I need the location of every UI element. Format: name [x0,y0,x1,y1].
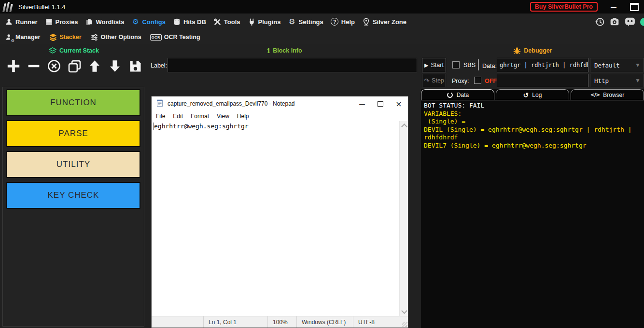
menu-label: Plugins [258,18,281,26]
sbs-label: SBS [463,62,476,68]
block-label: UTILITY [56,160,90,169]
minimize-button[interactable]: — [605,0,622,13]
data-input[interactable]: ghrtgr | rdhtjrth | rdhfdhrdf [497,58,588,72]
proxy-input[interactable] [497,74,588,87]
tab-data[interactable]: Data [421,89,494,100]
notepad-menu-format[interactable]: Format [187,113,213,120]
step-button[interactable]: ↷ Step [422,74,446,87]
menu-configs-active[interactable]: ⚙ Configs [131,18,165,26]
clone-block-button[interactable] [66,56,83,76]
menu-silver-zone[interactable]: Silver Zone [362,18,406,26]
menu-wordlists[interactable]: Wordlists [85,18,124,26]
proxy-caption: Proxy: [452,78,469,84]
notepad-close-button[interactable]: × [390,96,408,111]
notepad-menu-help[interactable]: Help [233,113,253,120]
discord-icon[interactable] [624,16,636,27]
tab-browser[interactable]: </> Browser [571,89,644,100]
silverbullet-logo-icon [3,2,12,12]
stack-block-utility[interactable]: UTILITY [6,151,140,178]
maximize-icon [630,3,639,11]
notepad-content: eghrhtrr@wegh.seg:sghrtgr [152,121,400,130]
submenu-label: Manager [15,34,40,41]
move-up-button[interactable] [86,56,103,76]
submenu-ocr-testing[interactable]: OCR OCR Testing [150,34,200,41]
sliders-icon [90,33,98,41]
play-icon: ▶ [424,63,428,68]
chevron-down-icon: ▼ [632,63,644,68]
help-icon: ? [331,18,339,26]
menu-label: Help [341,18,355,26]
disable-block-button[interactable] [45,56,63,76]
gear-icon: ⚙ [288,18,296,26]
notepad-menu-edit[interactable]: Edit [169,113,187,120]
scroll-down-icon[interactable] [401,308,407,314]
wordlists-icon [85,18,93,26]
start-button[interactable]: ▶ Start [422,58,446,72]
menu-label: Silver Zone [373,18,406,26]
database-icon [173,18,181,26]
notepad-window-controls: — × [353,96,408,111]
stack-block-parse[interactable]: PARSE [6,120,140,147]
history-icon[interactable] [594,16,605,27]
notepad-text-area[interactable]: eghrhtrr@wegh.seg:sghrtgr [152,121,400,316]
label-input[interactable] [168,58,417,72]
buy-pro-button[interactable]: Buy SilverBullet Pro [530,2,598,12]
config-submenu: ⚙ Manager Stacker Other Options OCR OCR … [0,30,644,44]
sbs-checkbox[interactable] [452,61,460,68]
menu-settings[interactable]: ⚙ Settings [288,18,323,26]
maximize-button[interactable] [626,0,643,13]
menu-help[interactable]: ? Help [331,18,355,26]
plug-icon [248,18,256,26]
proxy-checkbox[interactable] [474,77,481,84]
menu-runner[interactable]: Runner [5,18,38,26]
title-bar: SilverBullet 1.1.4 Buy SilverBullet Pro … [0,0,644,14]
block-label: KEY CHECK [48,191,99,200]
notepad-maximize-button[interactable] [371,96,390,111]
menu-label: Runner [15,18,38,26]
notepad-icon [156,99,164,109]
notepad-menu-view[interactable]: View [213,113,233,120]
notepad-menubar: File Edit Format View Help [152,111,408,121]
notepad-minimize-button[interactable]: — [353,96,371,111]
submenu-stacker-active[interactable]: Stacker [49,33,81,41]
menu-plugins[interactable]: Plugins [248,18,281,26]
screenshot-camera-icon[interactable] [609,16,620,27]
menu-proxies[interactable]: Proxies [45,18,78,26]
menu-tools[interactable]: Tools [213,18,240,26]
save-stack-button[interactable] [126,56,144,76]
config-select[interactable]: Default ▼ [590,58,644,72]
output-line-single: (Single) = [424,118,465,125]
menu-hits-db[interactable]: Hits DB [173,18,206,26]
submenu-manager[interactable]: ⚙ Manager [5,33,40,41]
chevron-down-icon: ▼ [632,78,644,83]
block-info-title: Block Info [273,47,302,54]
add-block-button[interactable] [5,56,22,76]
menu-label: Wordlists [96,18,124,26]
notepad-scrollbar[interactable] [399,121,408,316]
stack-block-keycheck[interactable]: KEY CHECK [6,182,140,209]
tab-log[interactable]: ↺ Log [496,89,569,100]
notepad-menu-file[interactable]: File [152,113,169,120]
code-icon: </> [590,92,600,98]
history-icon: ↺ [523,92,529,98]
notepad-titlebar[interactable]: capture_removed_emailpass_Devil770 - Not… [152,96,408,111]
menubar-right-icons [594,16,644,27]
submenu-other-options[interactable]: Other Options [90,33,141,41]
move-down-button[interactable] [106,56,124,76]
proxy-type-select[interactable]: Http ▼ [590,74,644,87]
output-line-devil: DEVIL (Single) = eghrhtrr@wegh.seg:sghrt… [424,126,635,141]
remove-block-button[interactable] [25,56,42,76]
current-stack-title: Current Stack [59,47,99,54]
notepad-window: capture_removed_emailpass_Devil770 - Not… [151,96,408,328]
submenu-label: Stacker [59,34,81,41]
label-caption: Label: [151,62,167,69]
layers-icon [49,33,57,41]
resize-grip[interactable] [402,322,407,327]
debugger-panel: Data ↺ Log </> Browser BOT STATUS: FAIL … [421,89,644,328]
main-menubar: Runner Proxies Wordlists ⚙ Configs Hits … [0,14,644,30]
scroll-up-icon[interactable] [401,123,407,130]
notepad-statusbar: Ln 1, Col 1 100% Windows (CRLF) UTF-8 [152,316,408,328]
stack-block-function[interactable]: FUNCTION [6,89,140,116]
user-gear-icon: ⚙ [5,33,13,41]
ocr-icon: OCR [150,34,162,41]
